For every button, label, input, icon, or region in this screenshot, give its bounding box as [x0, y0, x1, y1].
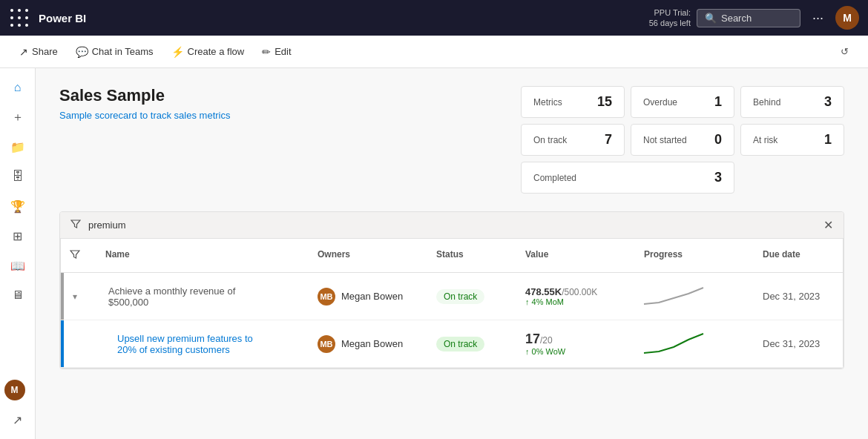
metric-value-metrics: 15 [597, 94, 612, 110]
row1-name: Achieve a monthly revenue of $500,000 [96, 280, 309, 314]
page-subtitle[interactable]: Sample scorecard to track sales metrics [59, 110, 230, 121]
sidebar: ⌂ ＋ 📁 🗄 🏆 ⊞ 📖 🖥 M ↗ [0, 68, 36, 439]
row1-owner: MB Megan Bowen [309, 282, 427, 311]
row1-value-trend: ↑ 4% MoM [525, 297, 626, 306]
sidebar-data-icon[interactable]: 🗄 [4, 163, 31, 190]
row2-status: On track [427, 331, 516, 357]
toolbar: ↗ Share 💬 Chat in Teams ⚡ Create a flow … [0, 36, 868, 68]
share-button[interactable]: ↗ Share [12, 42, 65, 62]
app-launcher-button[interactable] [9, 7, 30, 28]
sidebar-apps-icon[interactable]: ⊞ [4, 222, 31, 249]
metric-card-at-risk[interactable]: At risk 1 [740, 124, 844, 156]
sidebar-create-icon[interactable]: ＋ [4, 104, 31, 131]
row1-name-line2: $500,000 [108, 297, 300, 308]
chat-label: Chat in Teams [92, 46, 154, 57]
metric-label-on-track: On track [533, 135, 567, 145]
expand-icon[interactable]: ▾ [73, 291, 77, 302]
row2-value-main: 17 [525, 331, 540, 346]
sidebar-goals-icon[interactable]: 🏆 [4, 193, 31, 220]
row1-value-sub: /500.00K [562, 287, 597, 297]
create-flow-button[interactable]: ⚡ Create a flow [164, 42, 252, 62]
metric-value-completed: 3 [714, 170, 722, 185]
sidebar-monitor-icon[interactable]: 🖥 [4, 282, 31, 308]
row2-name-line1[interactable]: Upsell new premium features to [117, 333, 300, 344]
metric-label-completed: Completed [533, 173, 576, 183]
top-navigation: Power BI PPU Trial: 56 days left 🔍 Searc… [0, 0, 868, 36]
search-label: Search [721, 13, 752, 24]
metric-card-overdue[interactable]: Overdue 1 [631, 86, 734, 118]
row1-name-line1: Achieve a monthly revenue of [108, 285, 300, 297]
search-box[interactable]: 🔍 Search [697, 9, 800, 27]
sidebar-external-icon[interactable]: ↗ [4, 406, 31, 433]
metric-card-metrics[interactable]: Metrics 15 [521, 86, 625, 118]
row1-due-date: Dec 31, 2023 [754, 285, 843, 308]
sidebar-browse-icon[interactable]: 📁 [4, 133, 31, 160]
app-title: Power BI [39, 12, 86, 24]
data-table: Name Owners Status Value Progress Due da… [60, 239, 844, 369]
metric-value-on-track: 7 [605, 132, 612, 148]
flow-label: Create a flow [188, 46, 245, 57]
row2-name-line2[interactable]: 20% of existing customers [117, 344, 300, 355]
metric-value-behind: 3 [824, 94, 832, 110]
sidebar-user-avatar[interactable]: M [4, 380, 25, 400]
user-avatar[interactable]: M [835, 6, 859, 30]
th-progress: Progress [635, 245, 754, 266]
metrics-grid: Metrics 15 Overdue 1 Behind 3 On track 7 [521, 86, 844, 194]
th-filter [61, 245, 96, 266]
th-value: Value [516, 245, 635, 266]
edit-button[interactable]: ✏ Edit [254, 42, 298, 62]
sidebar-learn-icon[interactable]: 📖 [4, 252, 31, 279]
table-row: ▾ Achieve a monthly revenue of $500,000 … [61, 273, 843, 320]
row1-sparkline [644, 282, 703, 308]
edit-label: Edit [274, 46, 291, 57]
row2-owner: MB Megan Bowen [309, 329, 427, 359]
more-options-button[interactable]: ··· [806, 7, 829, 29]
share-label: Share [32, 46, 58, 57]
row1-expand[interactable]: ▾ [61, 285, 96, 308]
title-block: Sales Sample Sample scorecard to track s… [59, 86, 230, 121]
flow-icon: ⚡ [171, 46, 184, 58]
row1-owner-name: Megan Bowen [341, 291, 403, 302]
search-icon: 🔍 [705, 13, 717, 24]
refresh-button[interactable]: ↺ [833, 42, 856, 62]
row2-value: 17/20 ↑ 0% WoW [516, 326, 635, 362]
row2-owner-avatar: MB [318, 335, 335, 353]
main-layout: ⌂ ＋ 📁 🗄 🏆 ⊞ 📖 🖥 M ↗ Sales Sample Sample … [0, 68, 868, 439]
metric-label-overdue: Overdue [643, 97, 677, 108]
filter-tag: premium [88, 220, 126, 231]
table-row: Upsell new premium features to 20% of ex… [61, 320, 843, 368]
row2-name: Upsell new premium features to 20% of ex… [96, 327, 309, 361]
share-icon: ↗ [19, 46, 28, 58]
filter-close-button[interactable]: ✕ [823, 218, 833, 232]
row1-value-main: 478.55K [525, 286, 562, 297]
filter-table-wrapper: premium ✕ Name Owners Status Value Prog [59, 211, 844, 369]
metric-card-not-started[interactable]: Not started 0 [631, 124, 734, 156]
row1-status-badge: On track [436, 289, 484, 304]
metric-value-at-risk: 1 [824, 132, 832, 148]
edit-icon: ✏ [262, 46, 271, 58]
main-content: Sales Sample Sample scorecard to track s… [36, 68, 868, 439]
th-name: Name [96, 245, 309, 266]
metric-card-completed[interactable]: Completed 3 [521, 162, 734, 194]
metric-value-overdue: 1 [714, 94, 722, 110]
header-section: Sales Sample Sample scorecard to track s… [59, 86, 844, 194]
metric-card-behind[interactable]: Behind 3 [740, 86, 844, 118]
metric-card-on-track[interactable]: On track 7 [521, 124, 625, 156]
row2-status-badge: On track [436, 337, 484, 351]
trial-info: PPU Trial: 56 days left [649, 7, 691, 29]
chat-in-teams-button[interactable]: 💬 Chat in Teams [68, 42, 161, 62]
metric-label-at-risk: At risk [753, 135, 777, 145]
row1-value: 478.55K/500.00K ↑ 4% MoM [516, 280, 635, 312]
metric-value-not-started: 0 [714, 132, 722, 148]
metric-label-behind: Behind [753, 97, 780, 108]
sidebar-home-icon[interactable]: ⌂ [4, 74, 31, 101]
th-owners: Owners [309, 245, 427, 266]
row2-indent [61, 338, 96, 350]
metric-label-metrics: Metrics [533, 97, 562, 108]
row2-value-trend: ↑ 0% WoW [525, 347, 626, 356]
row2-value-sub: /20 [540, 335, 553, 346]
row1-status: On track [427, 283, 516, 310]
row2-due-date: Dec 31, 2023 [754, 332, 843, 355]
filter-icon [70, 219, 81, 231]
row2-progress [635, 323, 754, 364]
